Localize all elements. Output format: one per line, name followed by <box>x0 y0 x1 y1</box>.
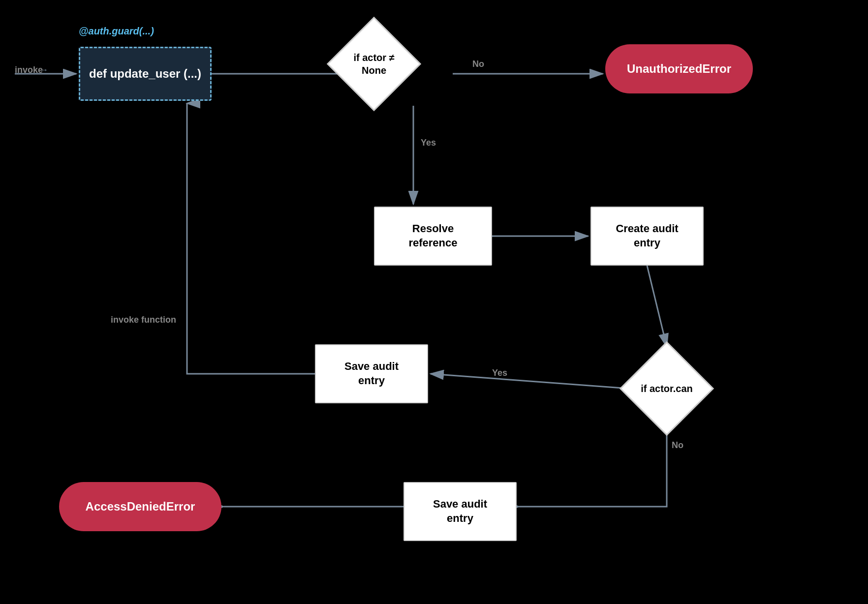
invoke-function-label: invoke function <box>111 315 176 325</box>
rect-resolve-reference[interactable]: Resolvereference <box>374 207 492 266</box>
yes-upper-label: Yes <box>421 138 436 148</box>
func-box-node[interactable]: def update_user (...) <box>79 47 212 101</box>
decorator-label: @auth.guard(...) <box>79 26 154 37</box>
rect-create-audit-entry[interactable]: Create auditentry <box>590 207 704 266</box>
no-upper-label: No <box>472 59 484 69</box>
pill-unauthorized-error: UnauthorizedError <box>605 44 753 93</box>
yes-lower-label: Yes <box>492 368 507 378</box>
no-lower-label: No <box>672 440 683 451</box>
svg-line-10 <box>431 374 630 389</box>
diamond-actor-can: if actor.can <box>627 349 706 428</box>
diagram-container: invoke → No Yes Yes No invoke function @… <box>0 0 868 604</box>
invoke-label: invoke <box>15 65 43 75</box>
svg-line-9 <box>647 266 667 347</box>
rect-save-audit-lower[interactable]: Save auditentry <box>403 482 517 541</box>
diamond-actor-none: if actor ≠None <box>335 25 413 103</box>
pill-access-denied-error: AccessDeniedError <box>59 482 221 531</box>
rect-save-audit-upper[interactable]: Save auditentry <box>315 344 428 403</box>
